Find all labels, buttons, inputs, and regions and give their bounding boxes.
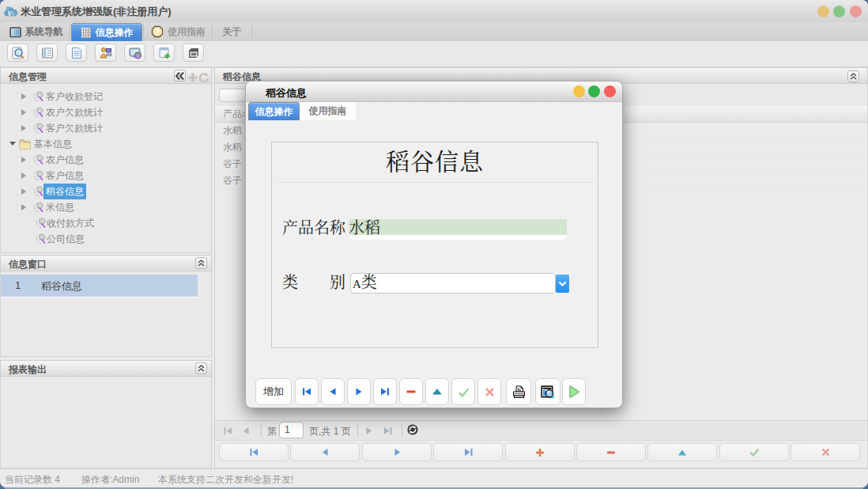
svg-text:?: ? bbox=[155, 27, 160, 36]
svg-text:y: y bbox=[6, 7, 13, 17]
